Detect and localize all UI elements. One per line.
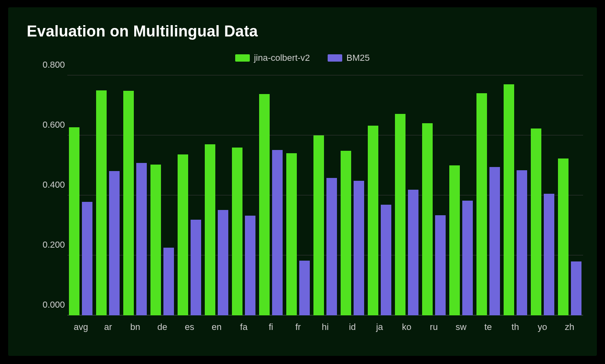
bar[interactable] (449, 165, 460, 315)
bar-group (257, 75, 285, 315)
legend-item-series-1[interactable]: BM25 (328, 53, 369, 63)
chart-title: Evaluation on Multilingual Data (27, 23, 258, 40)
y-tick-label: 0.800 (36, 60, 65, 70)
x-tick-label: id (339, 318, 366, 335)
bar[interactable] (544, 194, 554, 315)
x-tick-label: bn (122, 318, 149, 335)
bar[interactable] (259, 94, 270, 315)
bar-group (447, 75, 474, 315)
x-tick-label: th (502, 318, 529, 335)
bar-group (122, 75, 149, 315)
bar[interactable] (218, 210, 228, 315)
bar-group (94, 75, 122, 315)
x-tick-label: avg (67, 318, 94, 335)
bar-group (67, 75, 94, 315)
y-tick-label: 0.600 (36, 120, 65, 130)
bar-group (420, 75, 447, 315)
bar[interactable] (354, 181, 364, 315)
x-tick-label: hi (312, 318, 339, 335)
bar[interactable] (191, 220, 201, 315)
x-tick-label: te (474, 318, 502, 335)
legend-label-series-1: BM25 (346, 53, 369, 63)
x-tick-label: yo (529, 318, 556, 335)
bar[interactable] (245, 216, 255, 315)
plot: avgarbndeesenfafifrhiidjakoruswtethyozh … (36, 75, 583, 335)
bar[interactable] (517, 170, 527, 315)
bar-group (474, 75, 502, 315)
bar[interactable] (368, 126, 378, 315)
x-tick-label: ru (420, 318, 447, 335)
legend-item-series-0[interactable]: jina-colbert-v2 (235, 53, 310, 63)
bar[interactable] (504, 84, 514, 315)
bar[interactable] (531, 128, 541, 315)
bar[interactable] (109, 171, 120, 315)
x-tick-label: sw (447, 318, 474, 335)
bar[interactable] (408, 190, 418, 315)
x-axis: avgarbndeesenfafifrhiidjakoruswtethyozh (67, 318, 583, 335)
legend-label-series-0: jina-colbert-v2 (254, 53, 310, 63)
chart-legend: jina-colbert-v2 BM25 (8, 53, 597, 63)
bar[interactable] (571, 261, 581, 315)
bar[interactable] (435, 215, 446, 315)
x-tick-label: ko (393, 318, 420, 335)
x-tick-label: ar (94, 318, 122, 335)
bar[interactable] (299, 261, 310, 315)
bar[interactable] (163, 248, 174, 315)
bar[interactable] (462, 201, 473, 315)
bar-group (285, 75, 312, 315)
bar-group (393, 75, 420, 315)
legend-swatch-series-0 (235, 54, 250, 62)
legend-swatch-series-1 (328, 54, 342, 62)
bars-container (67, 75, 583, 315)
bar[interactable] (489, 167, 500, 315)
bar-group (176, 75, 203, 315)
x-tick-label: es (176, 318, 203, 335)
bar-group (366, 75, 393, 315)
x-tick-label: fi (257, 318, 285, 335)
bar[interactable] (341, 151, 351, 315)
bar[interactable] (272, 150, 283, 315)
bar-group (312, 75, 339, 315)
bar[interactable] (82, 202, 92, 315)
bar[interactable] (123, 91, 134, 315)
bar[interactable] (136, 163, 147, 315)
bar[interactable] (313, 135, 324, 315)
chart-frame: Evaluation on Multilingual Data jina-col… (8, 7, 597, 356)
bar[interactable] (395, 114, 405, 315)
bar[interactable] (558, 158, 569, 315)
x-tick-label: de (149, 318, 176, 335)
bar-group (556, 75, 583, 315)
bar[interactable] (422, 123, 433, 315)
x-tick-label: fa (230, 318, 257, 335)
x-tick-label: en (203, 318, 230, 335)
bar[interactable] (286, 153, 297, 315)
bar-group (230, 75, 257, 315)
x-tick-label: zh (556, 318, 583, 335)
bar-group (339, 75, 366, 315)
bar[interactable] (205, 144, 215, 315)
x-tick-label: fr (285, 318, 312, 335)
x-tick-label: ja (366, 318, 393, 335)
y-tick-label: 0.000 (36, 300, 65, 310)
bar[interactable] (326, 178, 337, 315)
bar[interactable] (476, 93, 487, 315)
bar[interactable] (232, 148, 242, 315)
bar-group (529, 75, 556, 315)
bar-group (203, 75, 230, 315)
bar[interactable] (381, 205, 391, 315)
bar-group (502, 75, 529, 315)
bar[interactable] (96, 90, 107, 315)
bar[interactable] (178, 154, 188, 315)
bar[interactable] (150, 165, 161, 315)
bar[interactable] (69, 127, 79, 315)
bar-group (149, 75, 176, 315)
y-tick-label: 0.200 (36, 240, 65, 250)
y-tick-label: 0.400 (36, 180, 65, 190)
